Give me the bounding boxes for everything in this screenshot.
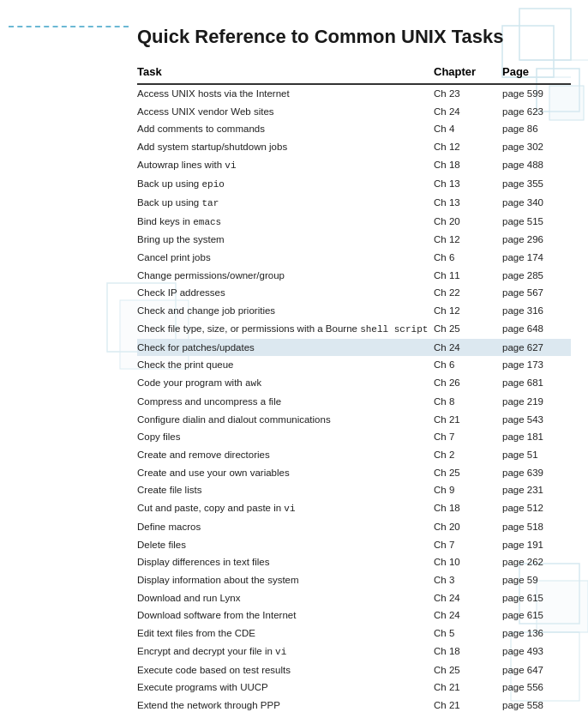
task-cell: Check the print queue <box>137 356 434 374</box>
table-row: Delete filesCh 7page 191 <box>137 536 571 554</box>
chapter-cell: Ch 6 <box>434 356 502 374</box>
task-cell: Autowrap lines with vi <box>137 156 434 175</box>
task-cell: Change permissions/owner/group <box>137 267 434 285</box>
chapter-cell: Ch 2 <box>434 446 502 464</box>
table-row: Display information about the systemCh 3… <box>137 571 571 589</box>
task-cell: Extend the network through PPP <box>137 697 434 715</box>
task-cell: Create and use your own variables <box>137 464 434 482</box>
table-row: Execute programs with UUCPCh 21page 556 <box>137 679 571 697</box>
table-row: Check the print queueCh 6page 173 <box>137 356 571 374</box>
table-row: Execute code based on test resultsCh 25p… <box>137 661 571 679</box>
task-cell: Access UNIX hosts via the Internet <box>137 84 434 103</box>
table-row: Download and run LynxCh 24page 615 <box>137 589 571 607</box>
table-row: Access UNIX hosts via the InternetCh 23p… <box>137 84 571 103</box>
chapter-cell: Ch 25 <box>434 320 502 339</box>
chapter-cell: Ch 24 <box>434 589 502 607</box>
task-cell: Display differences in text files <box>137 553 434 571</box>
task-cell: Back up using epio <box>137 175 434 194</box>
chapter-cell: Ch 8 <box>434 393 502 411</box>
page-cell: page 556 <box>502 679 571 697</box>
page-cell: page 181 <box>502 428 571 446</box>
table-row: Bind keys in emacsCh 20page 515 <box>137 213 571 232</box>
page-cell: page 219 <box>502 393 571 411</box>
chapter-cell: Ch 15 <box>434 715 502 718</box>
table-row: Bring up the systemCh 12page 296 <box>137 231 571 249</box>
chapter-cell: Ch 21 <box>434 411 502 429</box>
task-cell: Cancel print jobs <box>137 249 434 267</box>
table-row: Edit text files from the CDECh 5page 136 <box>137 624 571 643</box>
page-cell: page 340 <box>502 194 571 213</box>
table-row: Add comments to commandsCh 4page 86 <box>137 120 571 138</box>
table-row: Check file type, size, or permissions wi… <box>137 320 571 339</box>
task-cell: Display information about the system <box>137 571 434 589</box>
chapter-cell: Ch 24 <box>434 339 502 357</box>
dashed-line-decoration <box>9 26 129 27</box>
page-cell: page 86 <box>502 120 571 138</box>
page-cell: page 191 <box>502 536 571 554</box>
task-cell: Check and change job priorities <box>137 302 434 320</box>
table-row: Access UNIX vendor Web sitesCh 24page 62… <box>137 103 571 121</box>
chapter-cell: Ch 11 <box>434 267 502 285</box>
chapter-cell: Ch 7 <box>434 536 502 554</box>
task-cell: Download and run Lynx <box>137 589 434 607</box>
task-cell: Encrypt and decrypt your file in vi <box>137 643 434 661</box>
page-cell: page 493 <box>502 643 571 661</box>
page-cell: page 615 <box>502 589 571 607</box>
task-cell: Delete files <box>137 536 434 554</box>
page-cell: page 488 <box>502 156 571 175</box>
page-cell: page 174 <box>502 249 571 267</box>
task-cell: Compress and uncompress a file <box>137 393 434 411</box>
chapter-cell: Ch 21 <box>434 697 502 715</box>
page-cell: page 302 <box>502 138 571 156</box>
page-cell: page 681 <box>502 374 571 393</box>
chapter-cell: Ch 7 <box>434 428 502 446</box>
task-cell: Find lines containing a pattern (grep) <box>137 715 434 718</box>
table-row: Extend the network through PPPCh 21page … <box>137 697 571 715</box>
chapter-cell: Ch 13 <box>434 194 502 213</box>
table-row: Encrypt and decrypt your file in viCh 18… <box>137 643 571 661</box>
table-row: Configure dialin and dialout communicati… <box>137 411 571 429</box>
page-cell: page 355 <box>502 175 571 194</box>
chapter-cell: Ch 23 <box>434 84 502 103</box>
page-cell: page 173 <box>502 356 571 374</box>
page-cell: page 231 <box>502 481 571 499</box>
task-cell: Add comments to commands <box>137 120 434 138</box>
page-cell: page 518 <box>502 518 571 536</box>
page-cell: page 51 <box>502 446 571 464</box>
table-row: Change permissions/owner/groupCh 11page … <box>137 267 571 285</box>
page-cell: page 623 <box>502 103 571 121</box>
table-row: Find lines containing a pattern (grep)Ch… <box>137 715 571 718</box>
task-cell: Check file type, size, or permissions wi… <box>137 320 434 339</box>
table-row: Autowrap lines with viCh 18page 488 <box>137 156 571 175</box>
page-cell: page 59 <box>502 571 571 589</box>
table-row: Check and change job prioritiesCh 12page… <box>137 302 571 320</box>
task-cell: Add system startup/shutdown jobs <box>137 138 434 156</box>
chapter-cell: Ch 22 <box>434 284 502 302</box>
page-cell: page 512 <box>502 499 571 518</box>
table-header-row: Task Chapter Page <box>137 62 571 84</box>
task-cell: Download software from the Internet <box>137 606 434 624</box>
page-cell: page 647 <box>502 661 571 679</box>
table-row: Create and remove directoriesCh 2page 51 <box>137 446 571 464</box>
chapter-cell: Ch 25 <box>434 661 502 679</box>
page-cell: page 639 <box>502 464 571 482</box>
table-row: Code your program with awkCh 26page 681 <box>137 374 571 393</box>
col-header-chapter: Chapter <box>434 62 502 84</box>
task-cell: Execute programs with UUCP <box>137 679 434 697</box>
chapter-cell: Ch 18 <box>434 643 502 661</box>
table-row: Back up using tarCh 13page 340 <box>137 194 571 213</box>
page-cell: page 296 <box>502 231 571 249</box>
table-row: Display differences in text filesCh 10pa… <box>137 553 571 571</box>
chapter-cell: Ch 18 <box>434 499 502 518</box>
chapter-cell: Ch 24 <box>434 103 502 121</box>
chapter-cell: Ch 26 <box>434 374 502 393</box>
page-cell: page 558 <box>502 697 571 715</box>
table-row: Define macrosCh 20page 518 <box>137 518 571 536</box>
task-cell: Cut and paste, copy and paste in vi <box>137 499 434 518</box>
task-cell: Create and remove directories <box>137 446 434 464</box>
table-row: Copy filesCh 7page 181 <box>137 428 571 446</box>
main-content: Quick Reference to Common UNIX Tasks Tas… <box>137 26 571 701</box>
page-title: Quick Reference to Common UNIX Tasks <box>137 26 571 48</box>
page-cell: page 262 <box>502 553 571 571</box>
task-cell: Copy files <box>137 428 434 446</box>
